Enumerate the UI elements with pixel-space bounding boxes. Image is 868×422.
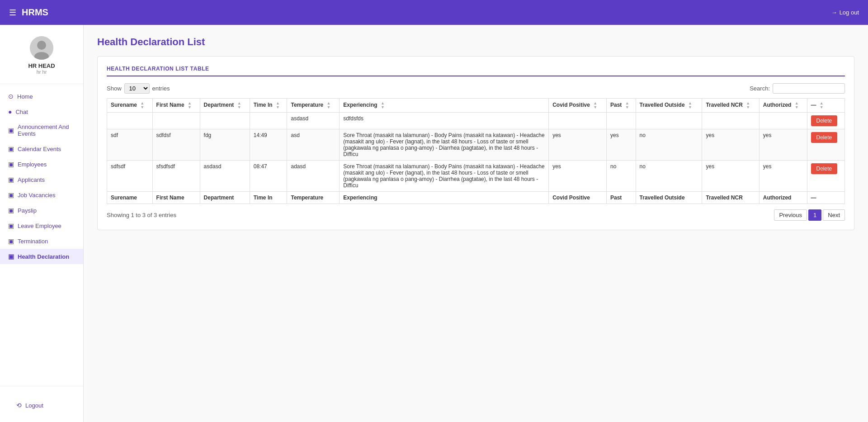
col-past[interactable]: Past ▲▼ [606,99,636,113]
sidebar-item-calendar[interactable]: ▣ Calendar Events [0,141,83,156]
sidebar-item-chat[interactable]: ● Chat [0,104,83,119]
pagination-buttons: Previous 1 Next [774,209,845,221]
cell-actions: Delete [807,129,845,161]
page-title: Health Declaration List [97,36,854,48]
employees-icon: ▣ [8,161,14,168]
health-declaration-table: Surename ▲▼ First Name ▲▼ Department ▲▼ … [107,98,845,204]
sidebar-item-termination[interactable]: ▣ Termination [0,233,83,249]
footer-first-name: First Name [152,192,200,204]
cell-experiencing: Sore Throat (masakit na lalamunan) - Bod… [340,129,549,161]
sidebar-item-home[interactable]: ⊙ Home [0,89,83,104]
page-1-button[interactable]: 1 [808,209,821,221]
cell-authorized: yes [759,161,807,192]
cell-authorized [759,113,807,129]
sort-timein-icon: ▲▼ [276,101,280,109]
sidebar-item-leave[interactable]: ▣ Leave Employee [0,218,83,233]
table-scroll: Surename ▲▼ First Name ▲▼ Department ▲▼ … [107,98,845,204]
cell-experiencing: Sore Throat (masakit na lalamunan) - Bod… [340,161,549,192]
termination-icon: ▣ [8,237,14,245]
footer-surename: Surename [107,192,153,204]
cell-surename: sdfsdf [107,161,153,192]
footer-authorized: Authorized [759,192,807,204]
col-first-name[interactable]: First Name ▲▼ [152,99,200,113]
footer-temperature: Temperature [287,192,340,204]
search-label: Search: [750,85,770,92]
sidebar-item-health-declaration[interactable]: ▣ Health Declaration [0,249,83,264]
sidebar-item-applicants[interactable]: ▣ Applicants [0,172,83,187]
cell-experiencing: sdfdsfds [340,113,549,129]
footer-time-in: Time In [250,192,287,204]
logout-icon: → [831,9,837,16]
next-button[interactable]: Next [823,209,845,221]
table-row: asdasdsdfdsfdsDelete [107,113,845,129]
cell-travelled_ncr: yes [702,161,759,192]
sidebar-item-payslip[interactable]: ▣ Payslip [0,203,83,218]
pagination-info: Showing 1 to 3 of 3 entries [107,212,176,218]
cell-covid_positive [549,113,607,129]
avatar [30,36,53,60]
home-icon: ⊙ [8,93,14,100]
table-header-row: Surename ▲▼ First Name ▲▼ Department ▲▼ … [107,99,845,113]
entries-select[interactable]: 10 25 50 100 [124,83,150,94]
cell-first_name [152,113,200,129]
sidebar-divider [0,386,83,386]
delete-button-1[interactable]: Delete [811,132,838,143]
col-travelled-outside[interactable]: Travelled Outside ▲▼ [636,99,702,113]
delete-button-2[interactable]: Delete [811,163,838,174]
logout-icon-sidebar: ⟲ [16,402,22,409]
col-authorized[interactable]: Authorized ▲▼ [759,99,807,113]
previous-button[interactable]: Previous [774,209,807,221]
sort-temperature-icon: ▲▼ [327,101,331,109]
col-surename[interactable]: Surename ▲▼ [107,99,153,113]
sidebar-item-job-vacancies[interactable]: ▣ Job Vacancies [0,187,83,203]
delete-button-0[interactable]: Delete [811,115,838,126]
app-name: HRMS [22,7,48,18]
cell-travelled_ncr [702,113,759,129]
cell-department: fdg [200,129,250,161]
cell-first_name: sdfdsf [152,129,200,161]
cell-travelled_ncr: yes [702,129,759,161]
sidebar: HR HEAD hr hr ⊙ Home ● Chat ▣ Announceme… [0,25,84,422]
footer-experiencing: Experiencing [340,192,549,204]
cell-past: no [606,161,636,192]
sort-experiencing-icon: ▲▼ [381,101,385,109]
logout-sidebar-button[interactable]: ⟲ Logout [8,398,75,413]
user-name: HR HEAD [28,62,55,69]
menu-icon[interactable]: ☰ [9,8,16,18]
table-controls: Show 10 25 50 100 entries Search: [107,83,845,94]
search-input[interactable] [773,83,845,94]
top-navbar: ☰ HRMS → Log out [0,0,868,25]
sort-authorized-icon: ▲▼ [795,101,799,109]
search-box: Search: [750,83,845,94]
cell-department [200,113,250,129]
col-time-in[interactable]: Time In ▲▼ [250,99,287,113]
cell-past: yes [606,129,636,161]
footer-travelled-outside: Travelled Outside [636,192,702,204]
footer-past: Past [606,192,636,204]
cell-time_in: 14:49 [250,129,287,161]
cell-temperature: adasd [287,161,340,192]
col-department[interactable]: Department ▲▼ [200,99,250,113]
sidebar-item-employees[interactable]: ▣ Employees [0,156,83,172]
sort-past-icon: ▲▼ [625,101,629,109]
logout-button[interactable]: → Log out [831,9,859,16]
sort-travelled-ncr-icon: ▲▼ [746,101,750,109]
col-temperature[interactable]: Temperature ▲▼ [287,99,340,113]
footer-travelled-ncr: Travelled NCR [702,192,759,204]
sort-actions-icon: ▲▼ [820,101,824,109]
chat-icon: ● [8,108,12,115]
footer-department: Department [200,192,250,204]
main-content: Health Declaration List HEALTH DECLARATI… [84,25,868,422]
health-declaration-icon: ▣ [8,253,14,260]
calendar-icon: ▣ [8,145,14,152]
sort-department-icon: ▲▼ [237,101,241,109]
col-travelled-ncr[interactable]: Travelled NCR ▲▼ [702,99,759,113]
cell-surename: sdf [107,129,153,161]
col-experiencing[interactable]: Experiencing ▲▼ [340,99,549,113]
sidebar-profile: HR HEAD hr hr [0,29,83,84]
sidebar-item-announcement[interactable]: ▣ Announcement And Events [0,119,83,141]
cell-time_in: 08:47 [250,161,287,192]
footer-covid-positive: Covid Positive [549,192,607,204]
cell-department: asdasd [200,161,250,192]
col-covid-positive[interactable]: Covid Positive ▲▼ [549,99,607,113]
